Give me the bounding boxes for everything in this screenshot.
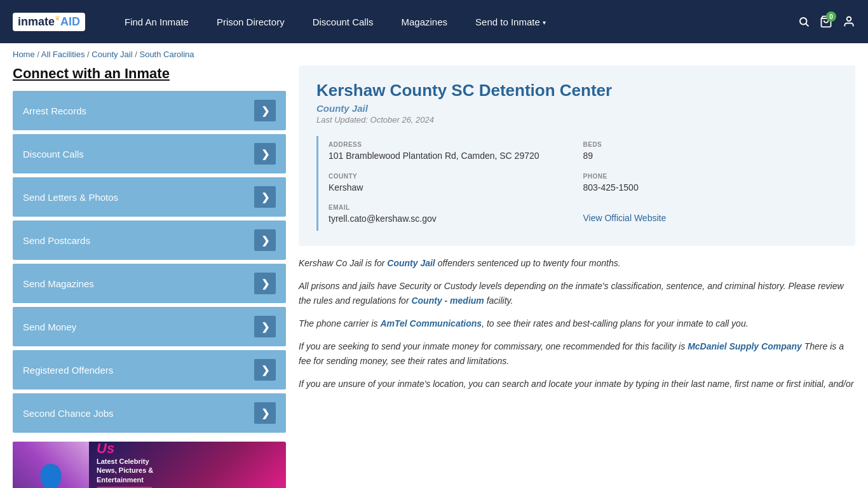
- beds-label: BEDS: [583, 141, 838, 148]
- website-group: View Official Website: [583, 199, 838, 231]
- sidebar-item-registered-offenders[interactable]: Registered Offenders ❯: [13, 350, 286, 390]
- sidebar-item-discount-calls[interactable]: Discount Calls ❯: [13, 134, 286, 173]
- phone-value: 803-425-1500: [583, 182, 838, 194]
- email-label: EMAIL: [329, 204, 583, 211]
- sidebar-arrow-icon: ❯: [254, 229, 276, 251]
- view-official-website-link[interactable]: View Official Website: [583, 213, 667, 223]
- svg-point-3: [847, 17, 851, 22]
- navbar: inmate ♛ AID Find An Inmate Prison Direc…: [0, 0, 868, 43]
- dropdown-arrow-icon: ▾: [543, 19, 546, 26]
- logo-text-aid: AID: [60, 15, 80, 29]
- breadcrumb-county-jail[interactable]: County Jail: [92, 50, 132, 59]
- sidebar-item-label: Send Letters & Photos: [23, 192, 118, 203]
- sidebar-item-send-money[interactable]: Send Money ❯: [13, 307, 286, 346]
- nav-prison-directory[interactable]: Prison Directory: [203, 0, 299, 43]
- sidebar-arrow-icon: ❯: [254, 316, 276, 337]
- sidebar-item-label: Send Money: [23, 322, 76, 332]
- county-label: COUNTY: [329, 173, 583, 180]
- desc-county-jail-link[interactable]: County Jail: [387, 258, 435, 268]
- desc-mcdaniel-link[interactable]: McDaniel Supply Company: [688, 341, 802, 351]
- main-layout: Connect with an Inmate Arrest Records ❯ …: [0, 65, 868, 488]
- beds-group: BEDS 89: [583, 136, 838, 168]
- nav-links: Find An Inmate Prison Directory Discount…: [111, 0, 798, 43]
- phone-label: PHONE: [583, 173, 838, 180]
- facility-updated: Last Updated: October 26, 2024: [316, 115, 837, 125]
- sidebar: Connect with an Inmate Arrest Records ❯ …: [13, 65, 286, 488]
- ad-tagline-label: Latest CelebrityNews, Pictures &Entertai…: [97, 457, 153, 484]
- facility-card: Kershaw County SC Detention Center Count…: [299, 65, 855, 246]
- facility-type: County Jail: [316, 103, 837, 114]
- sidebar-item-label: Registered Offenders: [23, 365, 113, 376]
- nav-find-inmate[interactable]: Find An Inmate: [111, 0, 203, 43]
- desc-para1: Kershaw Co Jail is for County Jail offen…: [299, 256, 855, 270]
- ad-image: [13, 442, 89, 488]
- sidebar-item-label: Discount Calls: [23, 149, 84, 159]
- sidebar-item-label: Send Postcards: [23, 235, 90, 246]
- desc-county-medium-link[interactable]: County - medium: [411, 295, 484, 306]
- nav-magazines[interactable]: Magazines: [388, 0, 462, 43]
- logo-text-inmate: inmate: [18, 15, 55, 29]
- desc-para4: If you are seeking to send your inmate m…: [299, 339, 855, 368]
- logo-container[interactable]: inmate ♛ AID: [13, 13, 85, 31]
- cart-badge: 0: [826, 11, 836, 22]
- sidebar-item-second-chance-jobs[interactable]: Second Chance Jobs ❯: [13, 393, 286, 433]
- sidebar-menu: Arrest Records ❯ Discount Calls ❯ Send L…: [13, 91, 286, 433]
- nav-discount-calls[interactable]: Discount Calls: [299, 0, 388, 43]
- breadcrumb: Home / All Facilities / County Jail / So…: [0, 43, 868, 65]
- cart-button[interactable]: 0: [820, 15, 832, 28]
- navbar-icons: 0: [798, 15, 855, 28]
- facility-name: Kershaw County SC Detention Center: [316, 81, 837, 100]
- sidebar-arrow-icon: ❯: [254, 100, 276, 121]
- address-value: 101 Bramblewood Plantation Rd, Camden, S…: [329, 150, 583, 163]
- email-group: EMAIL tyrell.cato@kershaw.sc.gov: [329, 199, 583, 231]
- sidebar-item-send-postcards[interactable]: Send Postcards ❯: [13, 220, 286, 260]
- desc-amtel-link[interactable]: AmTel Communications: [380, 318, 482, 329]
- content-panel: Kershaw County SC Detention Center Count…: [299, 65, 855, 488]
- ad-brand-label: Us: [97, 442, 153, 456]
- search-button[interactable]: [798, 16, 810, 27]
- email-value: tyrell.cato@kershaw.sc.gov: [329, 213, 583, 226]
- sidebar-ad[interactable]: Us Latest CelebrityNews, Pictures &Enter…: [13, 442, 286, 488]
- phone-group: PHONE 803-425-1500: [583, 168, 838, 200]
- logo-crown-icon: ♛: [55, 15, 60, 22]
- logo-box: inmate ♛ AID: [13, 13, 85, 31]
- sidebar-item-send-letters[interactable]: Send Letters & Photos ❯: [13, 177, 286, 217]
- county-value: Kershaw: [329, 182, 583, 194]
- sidebar-item-label: Send Magazines: [23, 278, 94, 289]
- desc-para2: All prisons and jails have Security or C…: [299, 279, 855, 308]
- nav-send-to-inmate[interactable]: Send to Inmate ▾: [461, 0, 560, 43]
- sidebar-item-arrest-records[interactable]: Arrest Records ❯: [13, 91, 286, 130]
- sidebar-arrow-icon: ❯: [254, 359, 276, 381]
- breadcrumb-all-facilities[interactable]: All Facilities: [41, 50, 85, 59]
- sidebar-arrow-icon: ❯: [254, 273, 276, 294]
- user-button[interactable]: [843, 15, 855, 28]
- sidebar-arrow-icon: ❯: [254, 143, 276, 165]
- ad-content: Us Latest CelebrityNews, Pictures &Enter…: [89, 442, 161, 488]
- beds-value: 89: [583, 150, 838, 163]
- svg-line-1: [806, 24, 808, 26]
- svg-point-0: [800, 18, 807, 25]
- sidebar-arrow-icon: ❯: [254, 402, 276, 424]
- address-label: ADDRESS: [329, 141, 583, 148]
- sidebar-item-label: Arrest Records: [23, 105, 86, 116]
- facility-details: ADDRESS 101 Bramblewood Plantation Rd, C…: [316, 136, 837, 231]
- sidebar-item-label: Second Chance Jobs: [23, 408, 114, 419]
- sidebar-title: Connect with an Inmate: [13, 65, 286, 82]
- desc-para3: The phone carrier is AmTel Communication…: [299, 316, 855, 330]
- sidebar-arrow-icon: ❯: [254, 186, 276, 208]
- breadcrumb-south-carolina[interactable]: South Carolina: [139, 50, 194, 59]
- county-group: COUNTY Kershaw: [329, 168, 583, 200]
- website-spacer: [583, 204, 838, 211]
- desc-para5: If you are unsure of your inmate's locat…: [299, 377, 855, 391]
- breadcrumb-home[interactable]: Home: [13, 50, 35, 59]
- address-group: ADDRESS 101 Bramblewood Plantation Rd, C…: [329, 136, 583, 168]
- facility-description: Kershaw Co Jail is for County Jail offen…: [299, 256, 855, 391]
- sidebar-item-send-magazines[interactable]: Send Magazines ❯: [13, 264, 286, 303]
